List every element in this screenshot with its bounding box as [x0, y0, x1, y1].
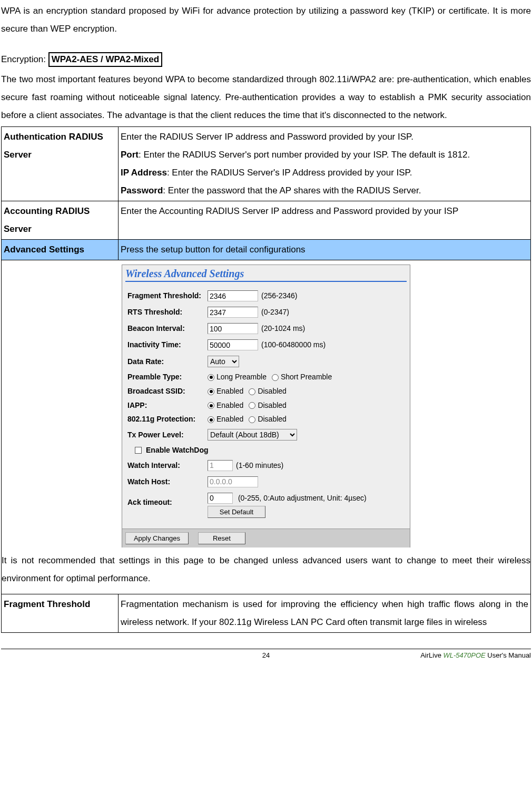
table-row-highlight: Advanced Settings Press the setup button… — [2, 240, 531, 260]
watch-interval-hint: (1-60 minutes) — [236, 461, 283, 470]
protection-disabled-radio[interactable]: Disabled — [249, 415, 286, 424]
radio-icon — [208, 374, 214, 381]
intro-paragraph-2: The two most important features beyond W… — [1, 71, 531, 124]
radio-icon — [208, 416, 214, 423]
footer-product: WL-5470POE — [444, 651, 486, 659]
panel-underline — [125, 281, 407, 282]
advanced-settings-desc: Press the setup button for detail config… — [119, 240, 531, 260]
frag-threshold-input[interactable] — [208, 290, 258, 301]
panel-title-bar: Wireless Advanced Settings — [122, 265, 410, 283]
table-row: Fragment Threshold Fragmentation mechani… — [2, 594, 531, 632]
watch-host-label: Watch Host: — [127, 477, 208, 486]
tx-power-select[interactable]: Default (About 18dB) — [208, 429, 297, 441]
rts-threshold-hint: (0-2347) — [261, 308, 289, 317]
panel-button-row: Apply Changes Reset — [122, 529, 410, 547]
rts-threshold-input[interactable] — [208, 307, 258, 318]
radio-icon — [249, 416, 255, 423]
data-rate-label: Data Rate: — [127, 357, 208, 366]
wireless-advanced-settings-panel: Wireless Advanced Settings Fragment Thre… — [122, 265, 410, 547]
enable-watchdog-checkbox[interactable] — [135, 447, 142, 454]
after-panel-paragraph: It is not recommended that settings in t… — [2, 552, 530, 588]
frag-threshold-hint: (256-2346) — [261, 291, 298, 300]
intro-paragraph-1: WPA is an encryption standard proposed b… — [1, 2, 531, 38]
protection-label: 802.11g Protection: — [127, 415, 208, 424]
ack-timeout-hint: (0-255, 0:Auto adjustment, Unit: 4µsec) — [238, 494, 367, 502]
watch-host-input[interactable] — [208, 476, 258, 487]
footer-divider — [1, 649, 531, 649]
fragment-threshold-label: Fragment Threshold — [2, 594, 119, 632]
radio-icon — [272, 374, 279, 381]
ack-timeout-label: Ack timeout: — [127, 493, 208, 507]
page-number: 24 — [262, 651, 270, 660]
iapp-label: IAPP: — [127, 401, 208, 410]
beacon-interval-label: Beacon Interval: — [127, 324, 208, 333]
preamble-long-radio[interactable]: Long Preamble — [208, 373, 267, 382]
beacon-interval-input[interactable] — [208, 323, 258, 334]
page-footer: 24 AirLive WL-5470POE User's Manual — [0, 649, 532, 665]
inactivity-time-input[interactable] — [208, 339, 258, 350]
watch-interval-label: Watch Interval: — [127, 461, 208, 470]
acct-radius-desc: Enter the Accounting RADIUS Server IP ad… — [119, 201, 531, 240]
auth-pw-t: : Enter the password that the AP shares … — [163, 185, 421, 195]
reset-button[interactable]: Reset — [198, 532, 245, 544]
broadcast-ssid-enabled-radio[interactable]: Enabled — [208, 387, 243, 396]
encryption-prefix: Encryption: — [1, 54, 48, 64]
auth-port-b: Port — [121, 150, 139, 160]
auth-radius-label: Authentication RADIUS Server — [2, 127, 119, 201]
table-row: Accounting RADIUS Server Enter the Accou… — [2, 201, 531, 240]
panel-title: Wireless Advanced Settings — [125, 268, 244, 279]
settings-description-table: Authentication RADIUS Server Enter the R… — [1, 126, 531, 633]
fragment-threshold-desc: Fragmentation mechanism is used for impr… — [119, 594, 531, 632]
watch-interval-input[interactable] — [208, 460, 233, 471]
auth-ip-b: IP Address — [121, 168, 167, 178]
auth-radius-desc: Enter the RADIUS Server IP address and P… — [119, 127, 531, 201]
auth-line1: Enter the RADIUS Server IP address and P… — [121, 132, 413, 142]
frag-threshold-label: Fragment Threshold: — [127, 291, 208, 300]
broadcast-ssid-disabled-radio[interactable]: Disabled — [249, 387, 286, 396]
encryption-box-label: WPA2-AES / WPA2-Mixed — [48, 52, 162, 67]
inactivity-time-hint: (100-60480000 ms) — [261, 340, 326, 349]
radio-icon — [208, 402, 214, 409]
radio-icon — [208, 388, 214, 395]
footer-right: AirLive WL-5470POE User's Manual — [420, 651, 531, 660]
advanced-settings-panel-cell: Wireless Advanced Settings Fragment Thre… — [2, 260, 531, 594]
beacon-interval-hint: (20-1024 ms) — [261, 324, 305, 333]
advanced-settings-label: Advanced Settings — [2, 240, 119, 260]
set-default-button[interactable]: Set Default — [208, 506, 265, 518]
data-rate-select[interactable]: Auto — [208, 356, 239, 367]
iapp-enabled-radio[interactable]: Enabled — [208, 401, 243, 410]
apply-changes-button[interactable]: Apply Changes — [125, 532, 189, 544]
protection-enabled-radio[interactable]: Enabled — [208, 415, 243, 424]
tx-power-label: Tx Power Level: — [127, 431, 208, 439]
ack-timeout-input[interactable] — [208, 493, 233, 504]
inactivity-time-label: Inactivity Time: — [127, 340, 208, 349]
table-row: Authentication RADIUS Server Enter the R… — [2, 127, 531, 201]
enable-watchdog-label: Enable WatchDog — [146, 446, 209, 455]
radio-icon — [249, 402, 255, 409]
auth-ip-t: : Enter the RADIUS Server's IP Address p… — [167, 168, 412, 178]
auth-port-t: : Enter the RADIUS Server's port number … — [139, 150, 470, 160]
iapp-disabled-radio[interactable]: Disabled — [249, 401, 286, 410]
auth-pw-b: Password — [121, 185, 163, 195]
broadcast-ssid-label: Broadcast SSID: — [127, 387, 208, 396]
table-row: Wireless Advanced Settings Fragment Thre… — [2, 260, 531, 594]
preamble-short-radio[interactable]: Short Preamble — [272, 373, 332, 382]
preamble-type-label: Preamble Type: — [127, 373, 208, 382]
rts-threshold-label: RTS Threshold: — [127, 308, 208, 317]
acct-radius-label: Accounting RADIUS Server — [2, 201, 119, 240]
encryption-line: Encryption: WPA2-AES / WPA2-Mixed — [1, 51, 531, 69]
radio-icon — [249, 388, 255, 395]
